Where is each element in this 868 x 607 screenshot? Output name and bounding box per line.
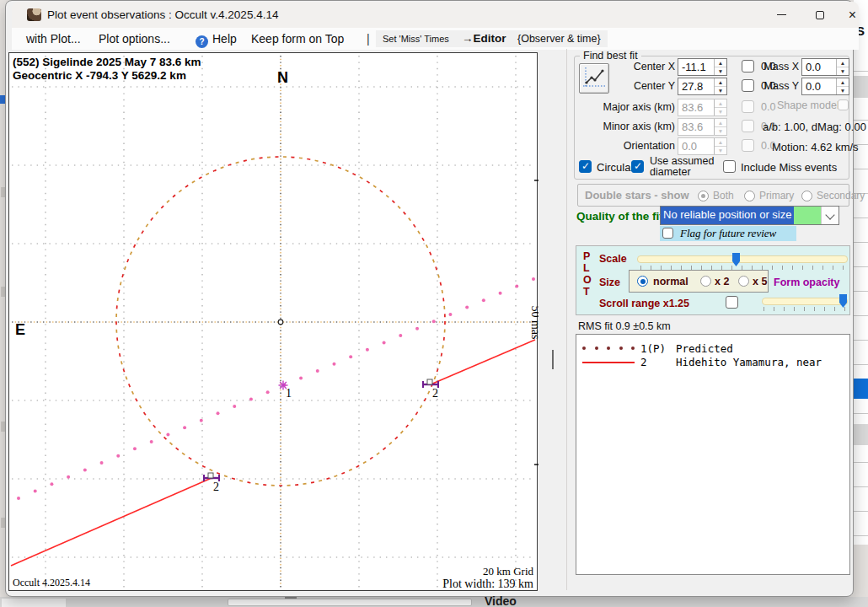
title-bar[interactable]: Plot event observations : Occult v.4.202… xyxy=(12,2,859,28)
observer-chord-line xyxy=(431,340,535,384)
motion-label: Motion: 4.62 km/s xyxy=(772,141,859,153)
use-assumed-diameter-checkbox[interactable] xyxy=(631,160,644,173)
predicted-path-dot xyxy=(183,426,186,429)
scale-slider-track[interactable] xyxy=(637,255,848,263)
predicted-path-dot xyxy=(465,306,469,309)
menu-set-miss-times[interactable]: Set 'Miss' Times xyxy=(376,30,456,47)
predicted-path-dot xyxy=(299,376,303,379)
predicted-path-dot xyxy=(200,419,203,422)
east-label: E xyxy=(15,321,25,338)
menu-help[interactable]: ?Help xyxy=(196,30,237,47)
center-x-label: Center X xyxy=(619,61,675,73)
size-normal-radio[interactable] xyxy=(637,276,648,287)
north-label: N xyxy=(277,69,288,86)
legend-row-observer[interactable]: 2 Hidehito Yamamura, near xyxy=(576,355,849,368)
use-assumed-diameter-label: Use assumed diameter xyxy=(650,156,724,178)
predicted-path-dot xyxy=(233,405,236,408)
spin-down-icon[interactable]: ▼ xyxy=(837,67,849,75)
mass-x-value[interactable]: 0.0 xyxy=(802,59,836,75)
spin-up-icon[interactable]: ▲ xyxy=(837,59,849,67)
maximize-icon xyxy=(816,11,824,19)
shape-model-checkbox xyxy=(838,99,849,110)
center-x-spin-buttons[interactable]: ▲▼ xyxy=(714,59,726,75)
background-selected-row xyxy=(854,379,868,399)
menu-plot-options[interactable]: Plot options... xyxy=(99,30,170,47)
spin-down-icon[interactable]: ▼ xyxy=(715,87,726,94)
center-y-fix-checkbox[interactable] xyxy=(742,79,754,92)
opacity-slider-thumb[interactable] xyxy=(839,294,847,308)
spin-down-icon[interactable]: ▼ xyxy=(715,67,726,75)
mass-x-label: Mass X xyxy=(763,61,799,73)
chevron-down-icon[interactable] xyxy=(821,207,839,224)
size-x5-radio[interactable] xyxy=(738,276,749,287)
spin-down-icon[interactable]: ▼ xyxy=(837,87,849,94)
ab-dmag-label: a/b: 1.00, dMag: 0.00 xyxy=(763,121,866,133)
plot-controls-panel: P L O T Scale Size normal x 2 x 5 Form o… xyxy=(576,245,850,315)
mass-y-spin-buttons[interactable]: ▲▼ xyxy=(836,78,849,94)
splitter-handle[interactable] xyxy=(552,350,554,369)
scale-slider-thumb[interactable] xyxy=(732,253,740,266)
predicted-path-dot xyxy=(415,327,419,330)
plot-center-marker xyxy=(278,320,283,325)
scroll-range-checkbox[interactable] xyxy=(726,296,738,309)
menu-help-label: Help xyxy=(212,32,237,46)
minimize-button[interactable] xyxy=(762,2,801,28)
close-icon: × xyxy=(849,8,856,22)
event-marker-label: 2 xyxy=(432,387,438,400)
minor-axis-label: Minor axis (km) xyxy=(584,121,675,132)
find-best-fit-button[interactable] xyxy=(579,63,609,94)
mass-x-spinner[interactable]: 0.0 ▲▼ xyxy=(801,58,849,76)
scale-bar-label: 50 mas xyxy=(529,305,538,339)
predicted-path-dot xyxy=(166,433,169,437)
background-table-header xyxy=(854,76,868,98)
center-y-spin-buttons[interactable]: ▲▼ xyxy=(714,78,726,94)
spin-up-icon[interactable]: ▲ xyxy=(715,59,726,67)
predicted-path-dot xyxy=(515,284,518,287)
flag-review-checkbox[interactable] xyxy=(662,228,673,239)
circular-checkbox[interactable] xyxy=(579,160,592,173)
menu-editor[interactable]: →Editor xyxy=(455,30,513,47)
predicted-path-dot xyxy=(266,390,270,394)
minimize-icon xyxy=(777,14,786,16)
major-axis-value: 83.6 xyxy=(678,99,714,115)
spin-up-icon[interactable]: ▲ xyxy=(837,78,849,87)
plot-canvas[interactable]: 22150 mas(552) Sigelinde 2025 May 7 83.6… xyxy=(8,52,538,591)
center-y-label: Center Y xyxy=(619,80,675,92)
center-y-value[interactable]: 27.8 xyxy=(678,78,714,94)
center-x-fix-checkbox[interactable] xyxy=(742,60,754,73)
include-miss-events-label: Include Miss events xyxy=(741,161,837,174)
spin-up-icon[interactable]: ▲ xyxy=(715,78,726,87)
legend-listbox[interactable]: 1(P) Predicted 2 Hidehito Yamamura, near xyxy=(576,334,850,575)
mass-y-value[interactable]: 0.0 xyxy=(802,78,836,94)
mass-x-spin-buttons[interactable]: ▲▼ xyxy=(836,59,849,75)
center-y-spinner[interactable]: 27.8 ▲▼ xyxy=(678,78,727,95)
panel-separator xyxy=(566,49,567,590)
spin-up-icon: ▲ xyxy=(715,119,726,127)
menu-observer-time[interactable]: {Observer & time} xyxy=(511,30,608,47)
close-button[interactable]: × xyxy=(839,2,865,28)
opacity-slider-track[interactable] xyxy=(762,298,848,305)
double-secondary-label: Secondary xyxy=(817,190,865,201)
include-miss-events-checkbox[interactable] xyxy=(723,160,736,173)
center-x-value[interactable]: -11.1 xyxy=(678,59,714,75)
center-x-spinner[interactable]: -11.1 ▲▼ xyxy=(678,58,727,76)
grid-scale-label: 20 km Grid xyxy=(483,565,533,577)
legend-row-predicted[interactable]: 1(P) Predicted xyxy=(576,341,849,355)
predicted-dots-symbol xyxy=(582,346,635,350)
screen: S Video Plot event observations : Occult… xyxy=(0,0,868,607)
orientation-spin-buttons: ▲▼ xyxy=(714,138,726,154)
background-window-right-sliver: S xyxy=(854,0,868,607)
help-icon: ? xyxy=(196,35,208,48)
minor-axis-spinner: 83.6 ▲▼ xyxy=(678,118,727,136)
plot-letter-p: P xyxy=(583,250,590,262)
maximize-button[interactable] xyxy=(801,2,839,28)
size-x2-radio[interactable] xyxy=(700,276,711,287)
menu-with-plot[interactable]: with Plot... xyxy=(26,30,81,47)
menu-keep-form-on-top[interactable]: Keep form on Top xyxy=(251,30,344,47)
plot-svg: 22150 mas(552) Sigelinde 2025 May 7 83.6… xyxy=(9,53,538,592)
legend-id: 1(P) xyxy=(640,342,666,355)
quality-dropdown[interactable]: No reliable position or size xyxy=(660,206,839,225)
plot-letter-o: O xyxy=(583,274,592,286)
mass-y-spinner[interactable]: 0.0 ▲▼ xyxy=(801,78,849,95)
background-input-box xyxy=(228,599,472,606)
